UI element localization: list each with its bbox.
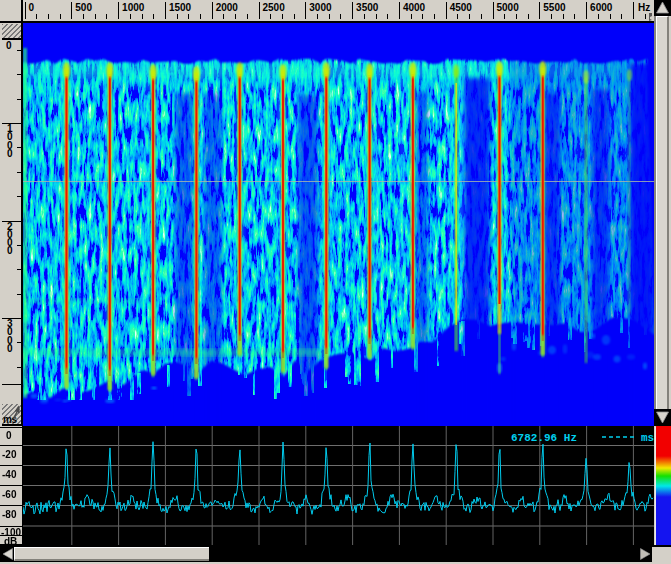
svg-text:6782.96 Hz: 6782.96 Hz bbox=[511, 432, 577, 444]
svg-text:ms: ms bbox=[641, 432, 654, 444]
